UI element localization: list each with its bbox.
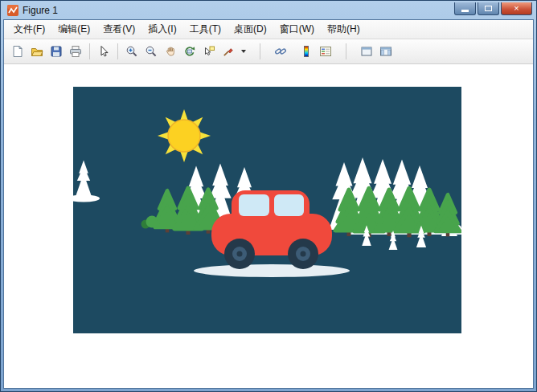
insert-colorbar-icon — [300, 45, 313, 58]
car-window-front — [274, 194, 304, 216]
rotate-3d-button[interactable] — [181, 43, 199, 61]
close-button[interactable]: × — [501, 2, 532, 15]
new-figure-icon — [11, 45, 24, 58]
menu-file[interactable]: 文件(F) — [7, 20, 51, 39]
window-title: Figure 1 — [23, 5, 454, 16]
window-controls: × — [454, 2, 532, 15]
rotate-3d-icon — [183, 45, 196, 58]
link-plot-button[interactable] — [272, 43, 290, 61]
car-shadow — [194, 264, 350, 277]
window-client-area: 文件(F) 编辑(E) 查看(V) 插入(I) 工具(T) 桌面(D) 窗口(W… — [3, 19, 534, 389]
insert-colorbar-button[interactable] — [297, 43, 316, 61]
car-scene-illustration — [73, 87, 461, 333]
edit-plot-icon — [97, 45, 110, 58]
data-cursor-icon — [203, 45, 215, 58]
matlab-figure-icon — [6, 4, 19, 17]
open-file-button[interactable] — [28, 43, 47, 61]
print-figure-button[interactable] — [67, 43, 85, 61]
maximize-icon — [485, 6, 492, 11]
menu-view[interactable]: 查看(V) — [96, 20, 141, 39]
maximize-button[interactable] — [478, 2, 499, 15]
show-plot-tools-icon — [379, 45, 392, 58]
menu-edit[interactable]: 编辑(E) — [51, 20, 96, 39]
close-icon: × — [514, 4, 519, 13]
insert-legend-icon — [319, 45, 332, 58]
show-plot-tools-button[interactable] — [377, 43, 396, 61]
menu-help[interactable]: 帮助(H) — [321, 20, 367, 39]
sun — [158, 109, 211, 162]
minimize-button[interactable] — [454, 2, 476, 15]
hide-plot-tools-button[interactable] — [358, 43, 376, 61]
toolbar-separator — [117, 43, 118, 59]
pan-icon — [164, 45, 177, 58]
toolbar-separator — [260, 43, 260, 59]
new-figure-button[interactable] — [9, 43, 27, 61]
car-window-rear — [239, 194, 269, 216]
figure-toolbar — [4, 39, 533, 64]
minimize-icon — [461, 10, 469, 12]
toolbar-separator — [89, 43, 90, 59]
menu-insert[interactable]: 插入(I) — [141, 20, 182, 39]
brush-icon — [222, 45, 235, 58]
data-cursor-button[interactable] — [200, 43, 219, 61]
open-file-icon — [31, 45, 43, 58]
menu-tools[interactable]: 工具(T) — [183, 20, 228, 39]
save-figure-button[interactable] — [47, 43, 66, 61]
toolbar-separator — [346, 43, 346, 59]
insert-legend-button[interactable] — [317, 43, 335, 61]
link-plot-icon — [274, 45, 287, 58]
zoom-out-button[interactable] — [142, 43, 161, 61]
zoom-in-icon — [125, 45, 138, 58]
chevron-down-icon — [241, 50, 246, 53]
pan-button[interactable] — [162, 43, 180, 61]
hide-plot-tools-icon — [360, 45, 373, 58]
titlebar[interactable]: Figure 1 × — [3, 1, 534, 19]
car-wheel-front — [288, 239, 318, 269]
menu-window[interactable]: 窗口(W) — [273, 20, 321, 39]
zoom-out-icon — [145, 45, 158, 58]
car-wheel-rear — [224, 239, 255, 269]
brush-button[interactable] — [219, 43, 238, 61]
menu-bar: 文件(F) 编辑(E) 查看(V) 插入(I) 工具(T) 桌面(D) 窗口(W… — [4, 20, 533, 39]
zoom-in-button[interactable] — [123, 43, 141, 61]
figure-window: Figure 1 × 文件(F) 编辑(E) 查看(V) 插入(I) 工具(T)… — [0, 0, 537, 392]
brush-dropdown-button[interactable] — [239, 43, 249, 61]
save-figure-icon — [50, 45, 63, 58]
menu-desktop[interactable]: 桌面(D) — [228, 20, 273, 39]
figure-canvas — [4, 64, 533, 388]
edit-plot-button[interactable] — [95, 43, 113, 61]
print-figure-icon — [69, 45, 82, 58]
